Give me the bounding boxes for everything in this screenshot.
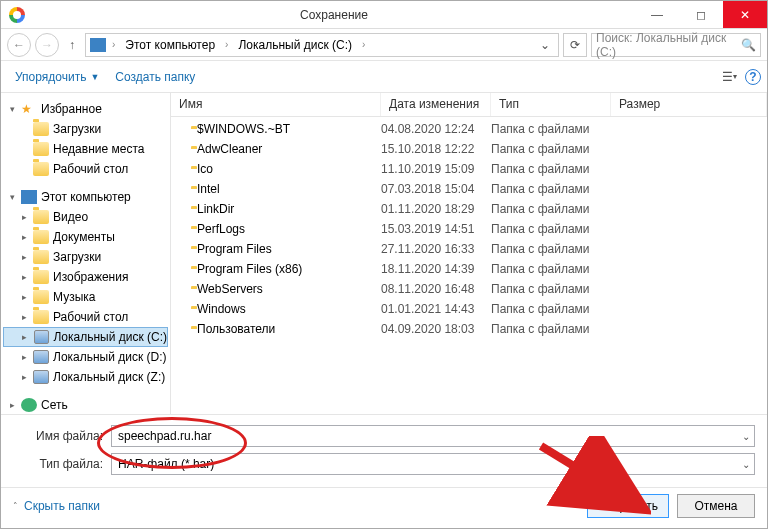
tree-drive-c[interactable]: ▸Локальный диск (C:) bbox=[3, 327, 168, 347]
file-name: Пользователи bbox=[197, 322, 275, 336]
minimize-button[interactable]: — bbox=[635, 1, 679, 28]
folder-icon bbox=[33, 290, 49, 304]
help-button[interactable]: ? bbox=[745, 69, 761, 85]
chevron-down-icon[interactable]: ⌄ bbox=[742, 459, 750, 470]
folder-icon bbox=[33, 310, 49, 324]
file-type: Папка с файлами bbox=[491, 182, 611, 196]
folder-icon bbox=[33, 230, 49, 244]
save-dialog: Сохранение — ◻ ✕ ← → ↑ › Этот компьютер … bbox=[0, 0, 768, 529]
view-options-button[interactable]: ☰▾ bbox=[719, 67, 739, 87]
address-bar[interactable]: › Этот компьютер › Локальный диск (C:) ›… bbox=[85, 33, 559, 57]
tree-pc-item[interactable]: ▸Документы bbox=[3, 227, 168, 247]
filename-input[interactable]: speechpad.ru.har⌄ bbox=[111, 425, 755, 447]
chrome-icon bbox=[9, 7, 25, 23]
col-name[interactable]: Имя bbox=[171, 93, 381, 116]
file-name: AdwCleaner bbox=[197, 142, 262, 156]
forward-button[interactable]: → bbox=[35, 33, 59, 57]
column-headers: Имя Дата изменения Тип Размер bbox=[171, 93, 767, 117]
tree-fav-item[interactable]: Недавние места bbox=[3, 139, 168, 159]
nav-row: ← → ↑ › Этот компьютер › Локальный диск … bbox=[1, 29, 767, 61]
chevron-down-icon[interactable]: ⌄ bbox=[742, 431, 750, 442]
tree-favorites[interactable]: ▾★Избранное bbox=[3, 99, 168, 119]
close-button[interactable]: ✕ bbox=[723, 1, 767, 28]
save-button[interactable]: Сохранить bbox=[587, 494, 669, 518]
breadcrumb-root[interactable]: Этот компьютер bbox=[121, 38, 219, 52]
drive-icon bbox=[33, 350, 49, 364]
file-type: Папка с файлами bbox=[491, 302, 611, 316]
file-name: WebServers bbox=[197, 282, 263, 296]
search-icon: 🔍 bbox=[741, 38, 756, 52]
tree-pc-item[interactable]: ▸Изображения bbox=[3, 267, 168, 287]
body: ▾★Избранное Загрузки Недавние места Рабо… bbox=[1, 93, 767, 414]
file-row[interactable]: Ico11.10.2019 15:09Папка с файлами bbox=[171, 159, 767, 179]
tree-drive-z[interactable]: ▸Локальный диск (Z:) bbox=[3, 367, 168, 387]
file-name: Windows bbox=[197, 302, 246, 316]
file-name: $WINDOWS.~BT bbox=[197, 122, 290, 136]
file-date: 27.11.2020 16:33 bbox=[381, 242, 491, 256]
tree-pc-item[interactable]: ▸Рабочий стол bbox=[3, 307, 168, 327]
toolbar: Упорядочить▼ Создать папку ☰▾ ? bbox=[1, 61, 767, 93]
chevron-right-icon: › bbox=[110, 39, 117, 50]
up-button[interactable]: ↑ bbox=[63, 38, 81, 52]
file-row[interactable]: $WINDOWS.~BT04.08.2020 12:24Папка с файл… bbox=[171, 119, 767, 139]
file-row[interactable]: Intel07.03.2018 15:04Папка с файлами bbox=[171, 179, 767, 199]
folder-icon bbox=[33, 270, 49, 284]
organize-menu[interactable]: Упорядочить▼ bbox=[7, 66, 107, 88]
filetype-select[interactable]: HAR-файл (*.har)⌄ bbox=[111, 453, 755, 475]
file-row[interactable]: Windows01.01.2021 14:43Папка с файлами bbox=[171, 299, 767, 319]
file-date: 04.08.2020 12:24 bbox=[381, 122, 491, 136]
window-title: Сохранение bbox=[33, 8, 635, 22]
tree-drive-d[interactable]: ▸Локальный диск (D:) bbox=[3, 347, 168, 367]
drive-icon bbox=[34, 330, 50, 344]
folder-icon bbox=[33, 162, 49, 176]
file-type: Папка с файлами bbox=[491, 122, 611, 136]
search-placeholder: Поиск: Локальный диск (C:) bbox=[596, 31, 741, 59]
drive-icon bbox=[33, 370, 49, 384]
tree-network[interactable]: ▸Сеть bbox=[3, 395, 168, 414]
filename-label: Имя файла: bbox=[13, 429, 103, 443]
folder-icon bbox=[33, 142, 49, 156]
maximize-button[interactable]: ◻ bbox=[679, 1, 723, 28]
col-type[interactable]: Тип bbox=[491, 93, 611, 116]
tree-pc-item[interactable]: ▸Музыка bbox=[3, 287, 168, 307]
new-folder-button[interactable]: Создать папку bbox=[107, 66, 203, 88]
chevron-right-icon: › bbox=[223, 39, 230, 50]
file-name: Program Files bbox=[197, 242, 272, 256]
col-size[interactable]: Размер bbox=[611, 93, 767, 116]
chevron-down-icon: ▼ bbox=[90, 72, 99, 82]
file-date: 01.01.2021 14:43 bbox=[381, 302, 491, 316]
file-date: 15.10.2018 12:22 bbox=[381, 142, 491, 156]
file-type: Папка с файлами bbox=[491, 242, 611, 256]
file-type: Папка с файлами bbox=[491, 222, 611, 236]
folder-icon bbox=[33, 122, 49, 136]
cancel-button[interactable]: Отмена bbox=[677, 494, 755, 518]
tree-fav-item[interactable]: Загрузки bbox=[3, 119, 168, 139]
file-type: Папка с файлами bbox=[491, 282, 611, 296]
file-type: Папка с файлами bbox=[491, 262, 611, 276]
file-row[interactable]: AdwCleaner15.10.2018 12:22Папка с файлам… bbox=[171, 139, 767, 159]
tree-fav-item[interactable]: Рабочий стол bbox=[3, 159, 168, 179]
back-button[interactable]: ← bbox=[7, 33, 31, 57]
file-date: 07.03.2018 15:04 bbox=[381, 182, 491, 196]
file-name: Ico bbox=[197, 162, 213, 176]
file-type: Папка с файлами bbox=[491, 202, 611, 216]
col-date[interactable]: Дата изменения bbox=[381, 93, 491, 116]
file-name: LinkDir bbox=[197, 202, 234, 216]
address-dropdown[interactable]: ⌄ bbox=[536, 38, 554, 52]
tree-pc-item[interactable]: ▸Видео bbox=[3, 207, 168, 227]
tree-this-pc[interactable]: ▾Этот компьютер bbox=[3, 187, 168, 207]
file-row[interactable]: LinkDir01.11.2020 18:29Папка с файлами bbox=[171, 199, 767, 219]
search-input[interactable]: Поиск: Локальный диск (C:) 🔍 bbox=[591, 33, 761, 57]
folder-icon bbox=[33, 210, 49, 224]
file-list: Имя Дата изменения Тип Размер $WINDOWS.~… bbox=[171, 93, 767, 414]
file-row[interactable]: PerfLogs15.03.2019 14:51Папка с файлами bbox=[171, 219, 767, 239]
breadcrumb-location[interactable]: Локальный диск (C:) bbox=[234, 38, 356, 52]
file-row[interactable]: Program Files (x86)18.11.2020 14:39Папка… bbox=[171, 259, 767, 279]
file-row[interactable]: WebServers08.11.2020 16:48Папка с файлам… bbox=[171, 279, 767, 299]
file-row[interactable]: Program Files27.11.2020 16:33Папка с фай… bbox=[171, 239, 767, 259]
file-row[interactable]: Пользователи04.09.2020 18:03Папка с файл… bbox=[171, 319, 767, 339]
refresh-button[interactable]: ⟳ bbox=[563, 33, 587, 57]
file-type: Папка с файлами bbox=[491, 162, 611, 176]
tree-pc-item[interactable]: ▸Загрузки bbox=[3, 247, 168, 267]
hide-folders-toggle[interactable]: ˄Скрыть папки bbox=[13, 499, 100, 513]
